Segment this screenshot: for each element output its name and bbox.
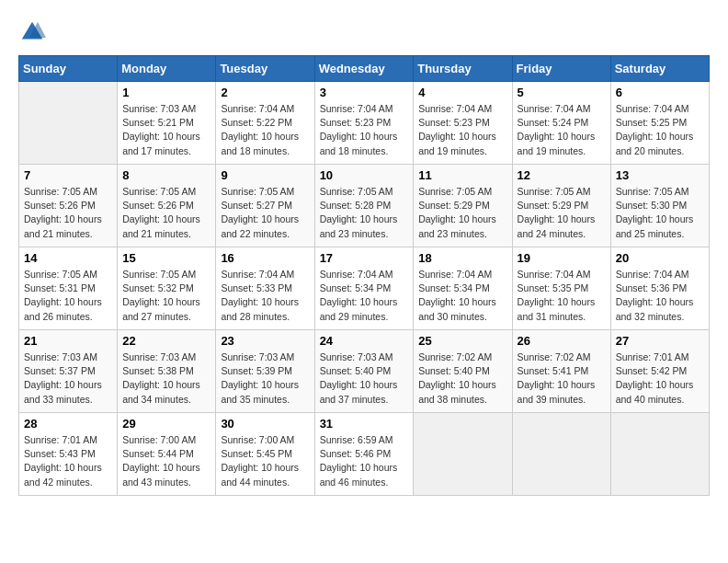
calendar-week-row: 1Sunrise: 7:03 AM Sunset: 5:21 PM Daylig…: [19, 82, 710, 165]
day-number: 21: [24, 334, 112, 348]
day-number: 31: [320, 417, 409, 431]
calendar-cell: 22Sunrise: 7:03 AM Sunset: 5:38 PM Dayli…: [118, 330, 216, 413]
day-info: Sunrise: 7:04 AM Sunset: 5:33 PM Dayligh…: [221, 268, 309, 324]
day-number: 15: [122, 251, 210, 265]
column-header-tuesday: Tuesday: [216, 56, 314, 82]
page-header: [18, 18, 710, 46]
day-number: 12: [518, 168, 606, 182]
calendar-cell: 5Sunrise: 7:04 AM Sunset: 5:24 PM Daylig…: [512, 82, 610, 165]
calendar-cell: 13Sunrise: 7:05 AM Sunset: 5:30 PM Dayli…: [610, 165, 709, 247]
calendar-cell: 24Sunrise: 7:03 AM Sunset: 5:40 PM Dayli…: [314, 330, 414, 413]
day-info: Sunrise: 7:03 AM Sunset: 5:38 PM Dayligh…: [122, 350, 210, 407]
day-info: Sunrise: 7:03 AM Sunset: 5:21 PM Dayligh…: [122, 102, 210, 158]
calendar-cell: 14Sunrise: 7:05 AM Sunset: 5:31 PM Dayli…: [19, 247, 118, 330]
logo: [18, 18, 50, 46]
day-number: 28: [24, 417, 112, 431]
calendar-cell: 26Sunrise: 7:02 AM Sunset: 5:41 PM Dayli…: [512, 330, 610, 413]
calendar-cell: 27Sunrise: 7:01 AM Sunset: 5:42 PM Dayli…: [610, 330, 709, 413]
calendar-cell: 4Sunrise: 7:04 AM Sunset: 5:23 PM Daylig…: [414, 82, 512, 165]
day-info: Sunrise: 6:59 AM Sunset: 5:46 PM Dayligh…: [320, 433, 409, 489]
day-number: 27: [616, 334, 704, 348]
day-info: Sunrise: 7:05 AM Sunset: 5:26 PM Dayligh…: [122, 185, 210, 241]
day-info: Sunrise: 7:05 AM Sunset: 5:32 PM Dayligh…: [122, 268, 210, 324]
day-number: 8: [122, 168, 210, 182]
day-info: Sunrise: 7:01 AM Sunset: 5:42 PM Dayligh…: [616, 350, 704, 407]
calendar-cell: [610, 413, 709, 496]
day-info: Sunrise: 7:05 AM Sunset: 5:31 PM Dayligh…: [24, 268, 112, 324]
day-number: 25: [418, 334, 506, 348]
calendar-week-row: 21Sunrise: 7:03 AM Sunset: 5:37 PM Dayli…: [19, 330, 710, 413]
day-info: Sunrise: 7:04 AM Sunset: 5:23 PM Dayligh…: [418, 102, 506, 158]
day-number: 14: [24, 251, 112, 265]
day-number: 10: [320, 168, 409, 182]
day-number: 13: [616, 168, 704, 182]
calendar-cell: 23Sunrise: 7:03 AM Sunset: 5:39 PM Dayli…: [216, 330, 314, 413]
calendar-cell: [19, 82, 118, 165]
day-number: 30: [221, 417, 309, 431]
calendar-cell: 16Sunrise: 7:04 AM Sunset: 5:33 PM Dayli…: [216, 247, 314, 330]
calendar-cell: 21Sunrise: 7:03 AM Sunset: 5:37 PM Dayli…: [19, 330, 118, 413]
logo-icon: [18, 18, 46, 46]
day-info: Sunrise: 7:05 AM Sunset: 5:30 PM Dayligh…: [616, 185, 704, 241]
calendar-cell: 31Sunrise: 6:59 AM Sunset: 5:46 PM Dayli…: [314, 413, 414, 496]
calendar-cell: 19Sunrise: 7:04 AM Sunset: 5:35 PM Dayli…: [512, 247, 610, 330]
day-info: Sunrise: 7:03 AM Sunset: 5:37 PM Dayligh…: [24, 350, 112, 407]
day-number: 2: [221, 86, 309, 99]
day-number: 6: [616, 86, 704, 99]
day-info: Sunrise: 7:04 AM Sunset: 5:35 PM Dayligh…: [518, 268, 606, 324]
calendar-week-row: 28Sunrise: 7:01 AM Sunset: 5:43 PM Dayli…: [19, 413, 710, 496]
day-info: Sunrise: 7:04 AM Sunset: 5:25 PM Dayligh…: [616, 102, 704, 158]
calendar-cell: [414, 413, 512, 496]
day-info: Sunrise: 7:01 AM Sunset: 5:43 PM Dayligh…: [24, 433, 112, 489]
day-info: Sunrise: 7:05 AM Sunset: 5:26 PM Dayligh…: [24, 185, 112, 241]
day-info: Sunrise: 7:03 AM Sunset: 5:39 PM Dayligh…: [221, 350, 309, 407]
calendar-cell: 7Sunrise: 7:05 AM Sunset: 5:26 PM Daylig…: [19, 165, 118, 247]
day-info: Sunrise: 7:04 AM Sunset: 5:34 PM Dayligh…: [320, 268, 409, 324]
calendar-cell: 11Sunrise: 7:05 AM Sunset: 5:29 PM Dayli…: [414, 165, 512, 247]
column-header-thursday: Thursday: [414, 56, 512, 82]
column-header-friday: Friday: [512, 56, 610, 82]
column-header-wednesday: Wednesday: [314, 56, 414, 82]
day-number: 4: [418, 86, 506, 99]
day-number: 18: [418, 251, 506, 265]
calendar-cell: 12Sunrise: 7:05 AM Sunset: 5:29 PM Dayli…: [512, 165, 610, 247]
day-number: 7: [24, 168, 112, 182]
calendar-cell: 10Sunrise: 7:05 AM Sunset: 5:28 PM Dayli…: [314, 165, 414, 247]
column-header-monday: Monday: [118, 56, 216, 82]
day-info: Sunrise: 7:05 AM Sunset: 5:28 PM Dayligh…: [320, 185, 409, 241]
day-number: 3: [320, 86, 409, 99]
day-number: 29: [122, 417, 210, 431]
column-header-saturday: Saturday: [610, 56, 709, 82]
day-info: Sunrise: 7:04 AM Sunset: 5:34 PM Dayligh…: [418, 268, 506, 324]
calendar-week-row: 14Sunrise: 7:05 AM Sunset: 5:31 PM Dayli…: [19, 247, 710, 330]
day-number: 17: [320, 251, 409, 265]
calendar-table: SundayMondayTuesdayWednesdayThursdayFrid…: [18, 55, 710, 496]
calendar-cell: 28Sunrise: 7:01 AM Sunset: 5:43 PM Dayli…: [19, 413, 118, 496]
day-info: Sunrise: 7:05 AM Sunset: 5:29 PM Dayligh…: [518, 185, 606, 241]
day-info: Sunrise: 7:04 AM Sunset: 5:22 PM Dayligh…: [221, 102, 309, 158]
calendar-cell: 6Sunrise: 7:04 AM Sunset: 5:25 PM Daylig…: [610, 82, 709, 165]
day-info: Sunrise: 7:00 AM Sunset: 5:44 PM Dayligh…: [122, 433, 210, 489]
day-number: 16: [221, 251, 309, 265]
calendar-cell: 1Sunrise: 7:03 AM Sunset: 5:21 PM Daylig…: [118, 82, 216, 165]
day-info: Sunrise: 7:02 AM Sunset: 5:40 PM Dayligh…: [418, 350, 506, 407]
day-number: 9: [221, 168, 309, 182]
calendar-cell: 9Sunrise: 7:05 AM Sunset: 5:27 PM Daylig…: [216, 165, 314, 247]
day-info: Sunrise: 7:00 AM Sunset: 5:45 PM Dayligh…: [221, 433, 309, 489]
day-info: Sunrise: 7:02 AM Sunset: 5:41 PM Dayligh…: [518, 350, 606, 407]
calendar-cell: 2Sunrise: 7:04 AM Sunset: 5:22 PM Daylig…: [216, 82, 314, 165]
calendar-cell: 20Sunrise: 7:04 AM Sunset: 5:36 PM Dayli…: [610, 247, 709, 330]
day-info: Sunrise: 7:05 AM Sunset: 5:27 PM Dayligh…: [221, 185, 309, 241]
column-header-sunday: Sunday: [19, 56, 118, 82]
calendar-cell: [512, 413, 610, 496]
calendar-header-row: SundayMondayTuesdayWednesdayThursdayFrid…: [19, 56, 710, 82]
calendar-cell: 15Sunrise: 7:05 AM Sunset: 5:32 PM Dayli…: [118, 247, 216, 330]
day-number: 11: [418, 168, 506, 182]
day-info: Sunrise: 7:03 AM Sunset: 5:40 PM Dayligh…: [320, 350, 409, 407]
calendar-cell: 17Sunrise: 7:04 AM Sunset: 5:34 PM Dayli…: [314, 247, 414, 330]
day-number: 26: [518, 334, 606, 348]
day-number: 1: [122, 86, 210, 99]
calendar-cell: 3Sunrise: 7:04 AM Sunset: 5:23 PM Daylig…: [314, 82, 414, 165]
day-info: Sunrise: 7:04 AM Sunset: 5:36 PM Dayligh…: [616, 268, 704, 324]
calendar-cell: 18Sunrise: 7:04 AM Sunset: 5:34 PM Dayli…: [414, 247, 512, 330]
